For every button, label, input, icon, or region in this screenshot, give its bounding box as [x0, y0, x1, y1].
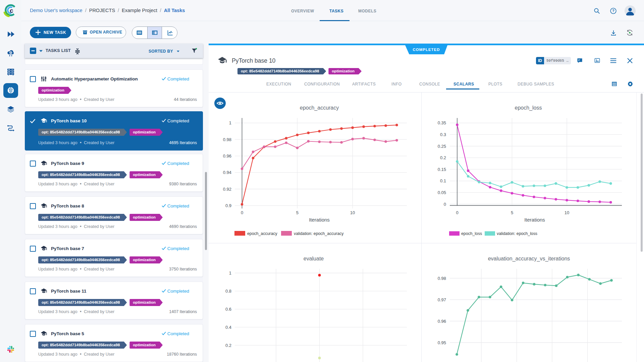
svg-text:?: ? [612, 9, 614, 13]
svg-text:epoch_accuracy: epoch_accuracy [300, 105, 339, 111]
svg-text:epoch_loss: epoch_loss [515, 105, 542, 111]
svg-text:0.15: 0.15 [438, 167, 446, 172]
svg-text:10: 10 [350, 210, 355, 215]
svg-text:0.3: 0.3 [440, 132, 446, 137]
svg-text:0: 0 [241, 210, 243, 215]
svg-text:10: 10 [565, 210, 569, 215]
svg-text:0.8: 0.8 [225, 289, 231, 294]
svg-text:0.94: 0.94 [223, 170, 231, 175]
svg-text:Iterations: Iterations [309, 217, 330, 223]
svg-text:epoch_accuracy: epoch_accuracy [247, 231, 277, 236]
svg-text:evaluate: evaluate [304, 256, 324, 261]
svg-text:0.98: 0.98 [223, 137, 231, 142]
svg-text:1: 1 [229, 270, 231, 276]
svg-text:0.1: 0.1 [440, 178, 446, 183]
svg-text:0.95: 0.95 [438, 340, 446, 345]
svg-text:0.9: 0.9 [225, 203, 231, 208]
svg-text:0.96: 0.96 [223, 154, 231, 159]
svg-text:5: 5 [511, 210, 513, 215]
svg-text:0: 0 [456, 210, 458, 215]
svg-text:0.2: 0.2 [440, 155, 446, 160]
svg-text:0.05: 0.05 [438, 190, 446, 195]
svg-text:0.92: 0.92 [223, 187, 231, 192]
svg-text:0.97: 0.97 [438, 297, 446, 302]
svg-text:0.25: 0.25 [438, 144, 446, 149]
svg-text:evaluation_accuracy_vs_iterati: evaluation_accuracy_vs_iterations [488, 256, 570, 262]
svg-text:0.35: 0.35 [438, 120, 446, 125]
svg-text:1: 1 [229, 120, 231, 125]
svg-text:Iterations: Iterations [524, 217, 545, 223]
svg-text:validation: epoch_loss: validation: epoch_loss [497, 231, 537, 236]
svg-text:0: 0 [444, 202, 446, 207]
svg-text:5: 5 [296, 210, 299, 215]
svg-text:0.4: 0.4 [225, 325, 231, 330]
svg-text:validation: epoch_accuracy: validation: epoch_accuracy [294, 231, 344, 236]
svg-text:0.6: 0.6 [225, 307, 231, 312]
svg-text:0.2: 0.2 [225, 343, 231, 348]
svg-text:0.96: 0.96 [438, 319, 446, 324]
svg-text:0.98: 0.98 [438, 276, 446, 281]
svg-text:c: c [10, 7, 13, 14]
svg-text:epoch_loss: epoch_loss [461, 231, 482, 236]
